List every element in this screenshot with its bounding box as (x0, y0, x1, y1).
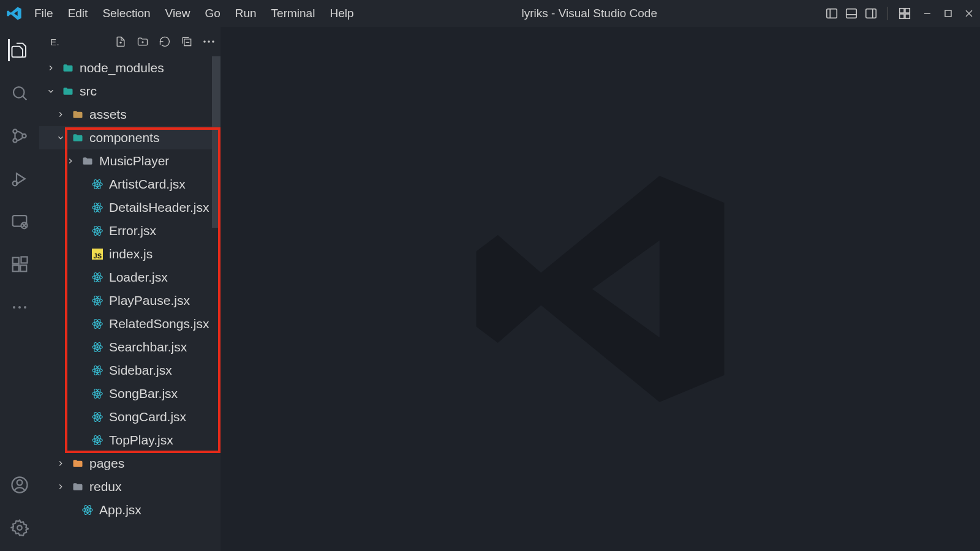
svg-rect-6 (900, 9, 904, 13)
svg-point-64 (96, 323, 98, 324)
minimize-button[interactable] (921, 7, 933, 20)
more-icon[interactable] (9, 296, 31, 318)
tree-item-artistcard-jsx[interactable]: ArtistCard.jsx (39, 173, 221, 196)
folder-grey-icon (81, 154, 94, 168)
tree-item-app-jsx[interactable]: App.jsx (39, 498, 221, 522)
tree-item-musicplayer[interactable]: MusicPlayer (39, 149, 221, 173)
explorer-icon[interactable] (8, 39, 30, 61)
tree-item-label: SongCard.jsx (109, 410, 186, 424)
remote-explorer-icon[interactable] (9, 211, 31, 233)
settings-gear-icon[interactable] (9, 517, 31, 539)
svg-point-88 (86, 509, 88, 511)
svg-rect-8 (900, 14, 904, 18)
accounts-icon[interactable] (9, 474, 31, 496)
folder-teal-icon (61, 84, 75, 98)
tree-item-detailsheader-jsx[interactable]: DetailsHeader.jsx (39, 196, 221, 219)
tree-item-playpause-jsx[interactable]: PlayPause.jsx (39, 289, 221, 312)
menu-help[interactable]: Help (330, 7, 353, 20)
scrollbar-thumb[interactable] (212, 56, 221, 228)
svg-point-68 (96, 346, 98, 348)
chevron-down-icon[interactable] (55, 132, 66, 143)
vscode-logo-icon (5, 4, 23, 23)
close-button[interactable] (963, 7, 975, 20)
svg-point-34 (17, 525, 22, 530)
menu-run[interactable]: Run (235, 7, 257, 20)
menu-file[interactable]: File (34, 7, 53, 20)
chevron-right-icon[interactable] (45, 62, 56, 73)
svg-rect-7 (905, 9, 910, 13)
react-icon (91, 201, 104, 214)
svg-point-41 (203, 40, 206, 43)
react-icon (91, 364, 104, 377)
react-icon (91, 317, 104, 331)
svg-point-80 (96, 416, 98, 418)
more-actions-icon[interactable] (202, 35, 216, 48)
tree-item-songcard-jsx[interactable]: SongCard.jsx (39, 405, 221, 429)
svg-point-84 (96, 439, 98, 441)
chevron-right-icon[interactable] (55, 458, 66, 469)
chevron-spacer (75, 435, 86, 446)
menu-view[interactable]: View (165, 7, 190, 20)
tree-item-assets[interactable]: assets (39, 103, 221, 126)
svg-point-33 (17, 480, 23, 485)
folder-teal-icon (71, 131, 85, 144)
tree-item-components[interactable]: components (39, 126, 221, 149)
tree-item-sidebar-jsx[interactable]: Sidebar.jsx (39, 359, 221, 382)
svg-point-17 (13, 138, 17, 142)
menu-terminal[interactable]: Terminal (271, 7, 315, 20)
extensions-icon[interactable] (9, 253, 31, 276)
svg-point-43 (212, 40, 214, 43)
run-debug-icon[interactable] (9, 168, 31, 190)
tree-item-loader-jsx[interactable]: Loader.jsx (39, 266, 221, 289)
chevron-down-icon[interactable] (45, 86, 56, 97)
toggle-primary-sidebar-icon[interactable] (825, 7, 839, 20)
tree-item-index-js[interactable]: JSindex.js (39, 242, 221, 266)
new-file-icon[interactable] (114, 35, 127, 48)
collapse-all-icon[interactable] (180, 35, 194, 48)
tree-item-label: src (80, 84, 97, 99)
window-title: lyriks - Visual Studio Code (354, 7, 826, 20)
tree-item-error-jsx[interactable]: Error.jsx (39, 219, 221, 242)
svg-rect-11 (945, 10, 951, 17)
tree-item-label: index.js (109, 247, 153, 261)
tree-item-searchbar-jsx[interactable]: Searchbar.jsx (39, 335, 221, 359)
maximize-button[interactable] (942, 7, 954, 20)
svg-point-31 (24, 306, 26, 309)
chevron-spacer (75, 202, 86, 213)
chevron-right-icon[interactable] (55, 481, 66, 492)
source-control-icon[interactable] (9, 125, 31, 147)
refresh-icon[interactable] (158, 35, 172, 48)
svg-line-15 (23, 96, 26, 100)
svg-point-30 (18, 306, 21, 309)
svg-point-29 (13, 306, 15, 309)
tree-item-redux[interactable]: redux (39, 475, 221, 498)
vscode-watermark-icon (466, 154, 735, 424)
tree-item-src[interactable]: src (39, 80, 221, 103)
svg-point-60 (96, 299, 98, 301)
file-tree[interactable]: node_modulessrcassetscomponentsMusicPlay… (39, 56, 221, 551)
svg-rect-27 (20, 265, 26, 271)
tree-item-topplay-jsx[interactable]: TopPlay.jsx (39, 429, 221, 452)
customize-layout-icon[interactable] (898, 7, 911, 20)
js-icon: JS (91, 247, 104, 261)
chevron-right-icon[interactable] (65, 156, 76, 167)
divider (888, 7, 888, 20)
folder-grey-icon (71, 480, 85, 493)
tree-item-node-modules[interactable]: node_modules (39, 56, 221, 80)
menu-go[interactable]: Go (205, 7, 220, 20)
svg-rect-2 (846, 9, 857, 18)
tree-item-relatedsongs-jsx[interactable]: RelatedSongs.jsx (39, 312, 221, 335)
tree-item-label: PlayPause.jsx (109, 293, 190, 308)
search-icon[interactable] (9, 82, 31, 104)
chevron-right-icon[interactable] (55, 109, 66, 120)
tree-item-songbar-jsx[interactable]: SongBar.jsx (39, 382, 221, 405)
react-icon (91, 224, 104, 238)
new-folder-icon[interactable] (136, 35, 149, 48)
react-icon (91, 294, 104, 307)
toggle-panel-icon[interactable] (845, 7, 858, 20)
menu-selection[interactable]: Selection (102, 7, 150, 20)
toggle-secondary-sidebar-icon[interactable] (864, 7, 878, 20)
svg-rect-4 (866, 9, 876, 18)
menu-edit[interactable]: Edit (68, 7, 88, 20)
tree-item-pages[interactable]: pages (39, 452, 221, 475)
